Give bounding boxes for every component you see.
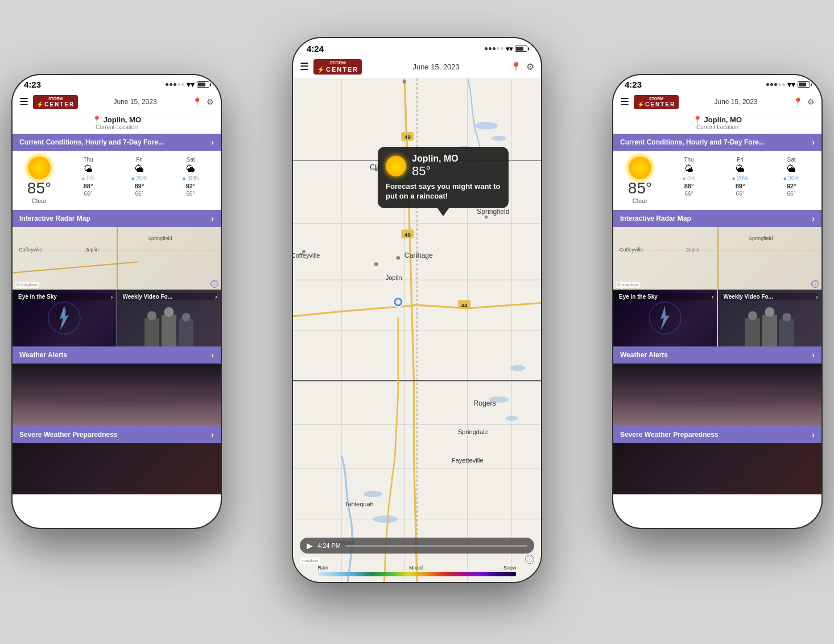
timeline-track[interactable] xyxy=(345,545,527,547)
radar-section-bar-right[interactable]: Interactive Radar Map › xyxy=(613,210,821,227)
svg-point-25 xyxy=(373,515,398,523)
status-icons-center: ▾▾ xyxy=(485,45,527,53)
severe-tile-right[interactable] xyxy=(613,443,821,494)
map-info-icon-right[interactable]: ⓘ xyxy=(811,280,819,288)
svg-text:Rogers: Rogers xyxy=(474,399,496,407)
svg-point-21 xyxy=(475,122,498,129)
eye-in-sky-tile-right[interactable]: Eye in the Sky › xyxy=(613,290,717,346)
weekly-video-tile-left[interactable]: Weekly Video Fo... › xyxy=(117,290,221,346)
logo-center: STORM ⚡CENTER xyxy=(313,59,362,75)
hamburger-icon-left[interactable]: ☰ xyxy=(19,96,28,108)
sun-icon-right xyxy=(629,156,651,179)
phone-right: 4:23 ▾▾ ☰ xyxy=(612,74,823,529)
svg-text:Springdale: Springdale xyxy=(458,428,488,435)
date-center: June 15, 2023 xyxy=(366,63,506,71)
svg-text:Joplin: Joplin xyxy=(386,274,402,281)
chevron-severe-left: › xyxy=(211,430,214,439)
radar-map-left[interactable]: Springfield Coffeyville Joplin © mapbox … xyxy=(13,227,221,290)
weekly-label-left: Weekly Video Fo... xyxy=(121,293,218,300)
alerts-section-bar-left[interactable]: Weather Alerts › xyxy=(13,346,221,364)
tooltip-sun-icon xyxy=(386,156,406,176)
chevron-forecast-left: › xyxy=(211,138,214,147)
gear-icon-right[interactable]: ⚙ xyxy=(807,97,815,106)
status-bar-center: 4:24 ▾▾ xyxy=(293,38,541,56)
phone-center-screen: 4:24 ▾▾ ☰ xyxy=(293,38,541,582)
status-bar-right: 4:23 ▾▾ xyxy=(613,75,821,92)
svg-point-22 xyxy=(492,136,507,141)
chevron-radar-left: › xyxy=(211,214,214,223)
forecast-cols-right: Thu 🌤 ● 0% 88° 66° Fri 🌥 ● 20% 89° 66° xyxy=(666,156,815,197)
eye-in-sky-tile-left[interactable]: Eye in the Sky › xyxy=(13,290,117,346)
location-name-right: 📍 Joplin, MO xyxy=(613,115,821,124)
hamburger-icon-center[interactable]: ☰ xyxy=(300,60,309,73)
alerts-tile-right[interactable] xyxy=(613,364,821,426)
gear-icon-left[interactable]: ⚙ xyxy=(207,97,214,106)
svg-point-27 xyxy=(505,416,518,421)
legend-rain: Rain xyxy=(318,565,329,571)
map-tooltip: Joplin, MO 85° Forecast says you might w… xyxy=(378,147,509,208)
phone-left: 4:23 ▾▾ ☰ xyxy=(11,74,222,529)
mapbox-credit-right: © mapbox xyxy=(616,282,640,288)
eye-chevron-right: › xyxy=(712,293,714,301)
severe-section-bar-left[interactable]: Severe Weather Preparedness › xyxy=(13,426,221,443)
eye-label-left: Eye in the Sky xyxy=(16,293,113,300)
svg-text:Springfield: Springfield xyxy=(477,208,509,216)
condition-left: Clear xyxy=(32,197,47,204)
alerts-section-bar-right[interactable]: Weather Alerts › xyxy=(613,346,821,364)
svg-text:Carthage: Carthage xyxy=(404,251,433,259)
svg-text:Fayetteville: Fayetteville xyxy=(452,457,484,464)
forecast-cols-left: Thu 🌤 ● 0% 88° 66° Fri 🌥 ● 20% 89° 66° xyxy=(65,156,214,197)
phone-left-screen: 4:23 ▾▾ ☰ xyxy=(13,75,221,528)
map-label-springfield-r: Springfield xyxy=(749,236,773,241)
severe-section-bar-right[interactable]: Severe Weather Preparedness › xyxy=(613,426,821,443)
svg-point-36 xyxy=(395,299,401,304)
timeline-bar[interactable]: ▶ 4:24 PM xyxy=(300,538,534,554)
pin-icon-center[interactable]: 📍 xyxy=(510,61,522,72)
time-center: 4:24 xyxy=(307,44,324,53)
svg-text:49: 49 xyxy=(404,232,411,238)
tooltip-message: Forecast says you might want to put on a… xyxy=(386,182,501,201)
svg-text:44: 44 xyxy=(461,302,468,308)
severe-tile-left[interactable] xyxy=(13,443,221,494)
map-main[interactable]: 49 49 44 xyxy=(293,79,541,582)
pin-icon-left[interactable]: 📍 xyxy=(192,97,202,106)
weekly-chevron-left: › xyxy=(215,293,217,301)
play-button[interactable]: ▶ xyxy=(307,541,313,550)
map-info-button-center[interactable]: ⓘ xyxy=(525,555,534,564)
radar-section-bar-left[interactable]: Interactive Radar Map › xyxy=(13,210,221,227)
location-bar-left: 📍 Joplin, MO Current Location xyxy=(13,113,221,134)
legend-mixed: Mixed xyxy=(409,565,423,571)
mapbox-credit-left: © mapbox xyxy=(15,282,39,288)
weekly-video-tile-right[interactable]: Weekly Video Fo... › xyxy=(717,290,822,346)
time-left: 4:23 xyxy=(24,80,41,89)
alerts-tile-left[interactable] xyxy=(13,364,221,426)
date-left: June 15, 2023 xyxy=(82,98,188,106)
gear-icon-center[interactable]: ⚙ xyxy=(526,61,534,72)
chevron-severe-right: › xyxy=(812,430,815,439)
radar-map-right[interactable]: Springfield Coffeyville Joplin © mapbox … xyxy=(613,227,821,290)
svg-point-31 xyxy=(485,216,488,219)
logo-left: STORM ⚡CENTER xyxy=(33,95,78,109)
mapbox-credit-center: mapbox xyxy=(300,558,320,564)
legend-color-bar xyxy=(318,572,517,576)
weekly-label-right: Weekly Video Fo... xyxy=(721,293,819,300)
chevron-alerts-right: › xyxy=(812,350,815,360)
location-sub-right: Current Location xyxy=(613,124,821,130)
eye-chevron-left: › xyxy=(111,293,113,301)
hamburger-icon-right[interactable]: ☰ xyxy=(620,96,629,108)
app-header-left: ☰ STORM ⚡CENTER June 15, 2023 📍 ⚙ xyxy=(13,92,221,113)
map-info-icon-left[interactable]: ⓘ xyxy=(210,280,218,288)
app-header-right: ☰ STORM ⚡CENTER June 15, 2023 📍 ⚙ xyxy=(613,92,821,113)
forecast-section-bar-left[interactable]: Current Conditions, Hourly and 7-Day For… xyxy=(13,134,221,151)
map-label-springfield: Springfield xyxy=(148,236,172,241)
svg-text:49: 49 xyxy=(404,134,411,140)
svg-point-34 xyxy=(396,256,400,260)
weekly-chevron-right: › xyxy=(816,293,818,301)
tooltip-temp: 85° xyxy=(412,164,459,179)
forecast-section-bar-right[interactable]: Current Conditions, Hourly and 7-Day For… xyxy=(613,134,821,151)
svg-text:Coffeyville: Coffeyville xyxy=(293,252,320,259)
chevron-radar-right: › xyxy=(812,214,815,223)
status-icons-right: ▾▾ xyxy=(766,80,810,89)
svg-point-28 xyxy=(510,365,526,371)
pin-icon-right[interactable]: 📍 xyxy=(793,97,803,106)
